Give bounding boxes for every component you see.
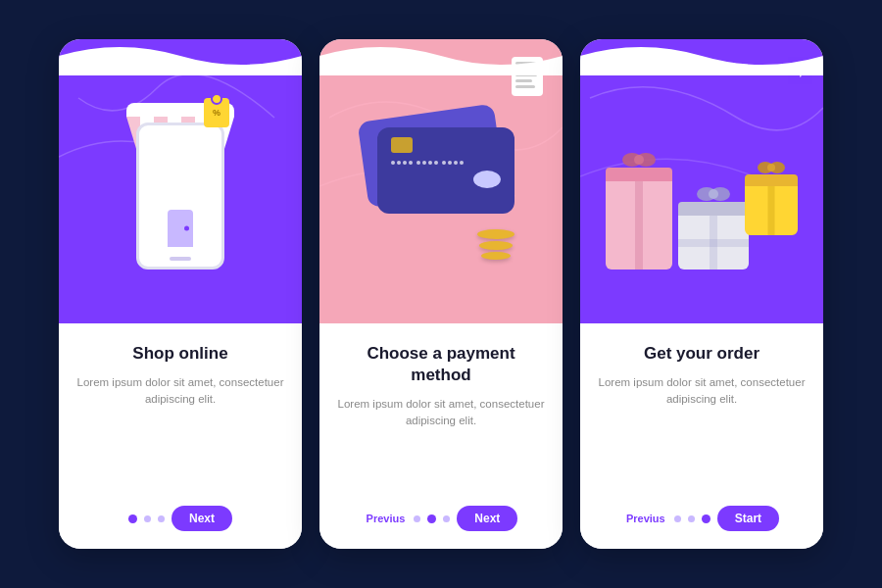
credit-card-front <box>377 127 514 214</box>
card-contactless-icon <box>473 171 501 188</box>
phone-button <box>170 257 191 261</box>
card-2-next-button[interactable]: Next <box>457 506 517 531</box>
card-2-desc: Lorem ipsum dolor sit amet, consectetuer… <box>337 396 545 430</box>
card-1-title: Shop online <box>132 343 227 365</box>
card-1-next-button[interactable]: Next <box>172 506 232 531</box>
card-2-dot-1 <box>414 515 420 522</box>
card-2-dot-2 <box>427 514 436 523</box>
card-1-desc: Lorem ipsum dolor sit amet, consectetuer… <box>76 374 284 409</box>
card-1-bottom: Shop online Lorem ipsum dolor sit amet, … <box>59 323 302 549</box>
card-3-wave <box>580 39 823 75</box>
card-2-wave <box>319 39 563 75</box>
card-3-bottom: Get your order Lorem ipsum dolor sit ame… <box>580 323 823 549</box>
card-chip <box>391 137 413 153</box>
cards-container: % Shop online Lorem ipsum dolor sit amet… <box>59 39 823 549</box>
svg-point-5 <box>709 189 718 199</box>
gifts-illustration <box>609 74 795 270</box>
payment-illustration <box>353 93 529 270</box>
card-3-dot-2 <box>688 515 695 522</box>
card-2-nav: Previus Next <box>337 506 545 531</box>
card-2-dot-3 <box>443 515 450 522</box>
card-3-dot-1 <box>674 515 681 522</box>
card-number-dots <box>391 161 501 165</box>
card-3-desc: Lorem ipsum dolor sit amet, consectetuer… <box>598 374 806 409</box>
phone-body <box>136 122 224 270</box>
gift-box-pink <box>606 150 672 270</box>
shop-illustration: % <box>112 83 249 279</box>
gift-bow-pink <box>621 150 657 170</box>
shop-door <box>168 210 193 247</box>
gift-bow-white <box>696 184 731 204</box>
card-1-dot-3 <box>158 515 165 522</box>
card-3-prev-button[interactable]: Previus <box>624 513 667 524</box>
card-payment: Choose a payment method Lorem ipsum dolo… <box>319 39 563 549</box>
card-1-illustration-area: % <box>59 39 302 323</box>
card-get-order: ✈ <box>580 39 823 549</box>
price-tag: % <box>204 98 229 127</box>
card-2-title: Choose a payment method <box>337 343 545 386</box>
svg-point-2 <box>634 155 644 165</box>
card-3-nav: Previus Start <box>598 506 806 531</box>
card-1-nav: Next <box>76 506 284 531</box>
card-3-start-button[interactable]: Start <box>717 506 779 531</box>
card-2-illustration-area <box>319 39 563 323</box>
card-1-dot-1 <box>128 514 137 523</box>
card-3-dot-3 <box>702 514 710 523</box>
card-2-prev-button[interactable]: Previus <box>365 513 408 524</box>
coins-stack <box>477 229 514 260</box>
card-shop-online: % Shop online Lorem ipsum dolor sit amet… <box>59 39 302 549</box>
card-1-wave <box>59 39 302 75</box>
card-2-bottom: Choose a payment method Lorem ipsum dolo… <box>319 323 563 549</box>
gift-box-white <box>678 184 749 270</box>
card-1-dot-2 <box>144 515 151 522</box>
svg-point-8 <box>767 164 775 172</box>
card-3-illustration-area: ✈ <box>580 39 823 323</box>
card-3-title: Get your order <box>644 343 760 365</box>
gift-box-yellow <box>745 159 798 235</box>
